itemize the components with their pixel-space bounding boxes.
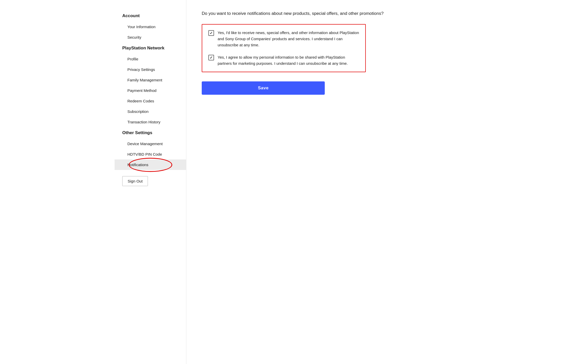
sidebar-item-payment-method[interactable]: Payment Method <box>115 85 186 96</box>
sidebar-item-profile[interactable]: Profile <box>115 54 186 64</box>
sidebar-section-other-settings: Other Settings Device Management HDTV/BD… <box>115 127 186 170</box>
sidebar-section-psn: PlayStation Network Profile Privacy Sett… <box>115 42 186 127</box>
notifications-wrapper: Notifications <box>115 159 186 170</box>
sidebar-item-privacy-settings[interactable]: Privacy Settings <box>115 64 186 75</box>
checkbox-1-label: Yes, I'd like to receive news, special o… <box>218 30 359 48</box>
main-content: Do you want to receive notifications abo… <box>186 0 473 364</box>
notifications-question: Do you want to receive notifications abo… <box>202 10 458 17</box>
checkbox-2[interactable] <box>208 55 214 60</box>
sidebar-section-account: Account Your Information Security <box>115 10 186 42</box>
sidebar-item-family-management[interactable]: Family Management <box>115 75 186 85</box>
checkbox-row-2: Yes, I agree to allow my personal inform… <box>208 54 359 67</box>
sidebar-item-device-management[interactable]: Device Management <box>115 138 186 149</box>
sidebar-item-your-information[interactable]: Your Information <box>115 22 186 32</box>
sidebar-item-notifications[interactable]: Notifications <box>115 159 186 170</box>
sidebar-section-psn-header: PlayStation Network <box>115 42 186 54</box>
sidebar: Account Your Information Security PlaySt… <box>115 0 186 364</box>
checkbox-row-1: Yes, I'd like to receive news, special o… <box>208 30 359 48</box>
sidebar-item-subscription[interactable]: Subscription <box>115 106 186 117</box>
sidebar-item-redeem-codes[interactable]: Redeem Codes <box>115 96 186 106</box>
checkboxes-container: Yes, I'd like to receive news, special o… <box>202 24 366 72</box>
sidebar-section-other-settings-header: Other Settings <box>115 127 186 138</box>
page-container: Account Your Information Security PlaySt… <box>115 0 473 364</box>
save-button[interactable]: Save <box>202 81 325 95</box>
sidebar-section-account-header: Account <box>115 10 186 22</box>
sign-out-button[interactable]: Sign Out <box>122 176 148 186</box>
sidebar-item-hdtv-pin[interactable]: HDTV/BD PIN Code <box>115 149 186 159</box>
sidebar-item-security[interactable]: Security <box>115 32 186 42</box>
sidebar-item-transaction-history[interactable]: Transaction History <box>115 117 186 127</box>
checkbox-2-label: Yes, I agree to allow my personal inform… <box>218 54 359 67</box>
checkbox-1[interactable] <box>208 30 214 36</box>
